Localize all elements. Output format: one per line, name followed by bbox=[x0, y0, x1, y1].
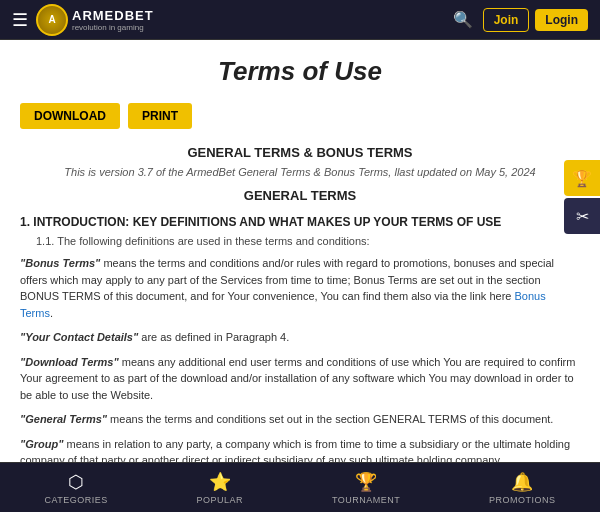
join-button[interactable]: Join bbox=[483, 8, 530, 32]
general-terms-header: GENERAL TERMS bbox=[20, 188, 580, 203]
logo-text: ARMEDBET bbox=[72, 8, 154, 23]
term-download-text: "Download Terms" means any additional en… bbox=[20, 354, 580, 404]
term-download-key: "Download Terms" bbox=[20, 356, 119, 368]
term-contact-body: are as defined in Paragraph 4. bbox=[138, 331, 289, 343]
term-general-text: "General Terms" means the terms and cond… bbox=[20, 411, 580, 428]
hamburger-icon[interactable]: ☰ bbox=[12, 9, 28, 31]
header: ☰ A ARMEDBET revolution in gaming 🔍 Join… bbox=[0, 0, 600, 40]
term-block-general: "General Terms" means the terms and cond… bbox=[20, 411, 580, 428]
logo-area: A ARMEDBET revolution in gaming bbox=[36, 4, 154, 36]
section-header: GENERAL TERMS & BONUS TERMS bbox=[20, 145, 580, 160]
nav-item-promotions[interactable]: 🔔 PROMOTIONS bbox=[489, 471, 556, 505]
promotions-label: PROMOTIONS bbox=[489, 495, 556, 505]
tournament-icon: 🏆 bbox=[355, 471, 377, 493]
search-button[interactable]: 🔍 bbox=[449, 6, 477, 33]
action-buttons: DOWNLOAD PRINT bbox=[20, 103, 580, 129]
login-button[interactable]: Login bbox=[535, 9, 588, 31]
term-block-bonus: "Bonus Terms" means the terms and condit… bbox=[20, 255, 580, 321]
page-title: Terms of Use bbox=[20, 56, 580, 87]
popular-icon: ⭐ bbox=[209, 471, 231, 493]
term-bonus-text: "Bonus Terms" means the terms and condit… bbox=[20, 255, 580, 321]
term-block-contact: "Your Contact Details" are as defined in… bbox=[20, 329, 580, 346]
popular-label: POPULAR bbox=[197, 495, 244, 505]
term-general-body: means the terms and conditions set out i… bbox=[107, 413, 553, 425]
nav-item-popular[interactable]: ⭐ POPULAR bbox=[197, 471, 244, 505]
print-button[interactable]: PRINT bbox=[128, 103, 192, 129]
intro-title: 1. INTRODUCTION: KEY DEFINITIONS AND WHA… bbox=[20, 215, 580, 229]
logo-subtitle: revolution in gaming bbox=[72, 23, 154, 32]
categories-label: CATEGORIES bbox=[44, 495, 107, 505]
term-general-key: "General Terms" bbox=[20, 413, 107, 425]
intro-section: 1. INTRODUCTION: KEY DEFINITIONS AND WHA… bbox=[20, 215, 580, 247]
main-content: Terms of Use DOWNLOAD PRINT GENERAL TERM… bbox=[0, 40, 600, 472]
nav-item-tournament[interactable]: 🏆 TOURNAMENT bbox=[332, 471, 400, 505]
term-group-key: "Group" bbox=[20, 438, 63, 450]
version-note: This is version 3.7 of the ArmedBet Gene… bbox=[20, 166, 580, 178]
sub-item-1: 1.1. The following definitions are used … bbox=[36, 235, 580, 247]
header-right: 🔍 Join Login bbox=[449, 6, 588, 33]
term-contact-key: "Your Contact Details" bbox=[20, 331, 138, 343]
bottom-nav: ⬡ CATEGORIES ⭐ POPULAR 🏆 TOURNAMENT 🔔 PR… bbox=[0, 462, 600, 512]
categories-icon: ⬡ bbox=[68, 471, 84, 493]
floating-buttons: 🏆 ✂ bbox=[564, 160, 600, 234]
nav-item-categories[interactable]: ⬡ CATEGORIES bbox=[44, 471, 107, 505]
logo-icon: A bbox=[36, 4, 68, 36]
promotions-icon: 🔔 bbox=[511, 471, 533, 493]
logo-text-area: ARMEDBET revolution in gaming bbox=[72, 8, 154, 32]
trophy-float-button[interactable]: 🏆 bbox=[564, 160, 600, 196]
term-bonus-body: means the terms and conditions and/or ru… bbox=[20, 257, 554, 302]
term-bonus-key: "Bonus Terms" bbox=[20, 257, 100, 269]
scissors-float-button[interactable]: ✂ bbox=[564, 198, 600, 234]
term-block-download: "Download Terms" means any additional en… bbox=[20, 354, 580, 404]
tournament-label: TOURNAMENT bbox=[332, 495, 400, 505]
header-left: ☰ A ARMEDBET revolution in gaming bbox=[12, 4, 154, 36]
term-contact-text: "Your Contact Details" are as defined in… bbox=[20, 329, 580, 346]
download-button[interactable]: DOWNLOAD bbox=[20, 103, 120, 129]
